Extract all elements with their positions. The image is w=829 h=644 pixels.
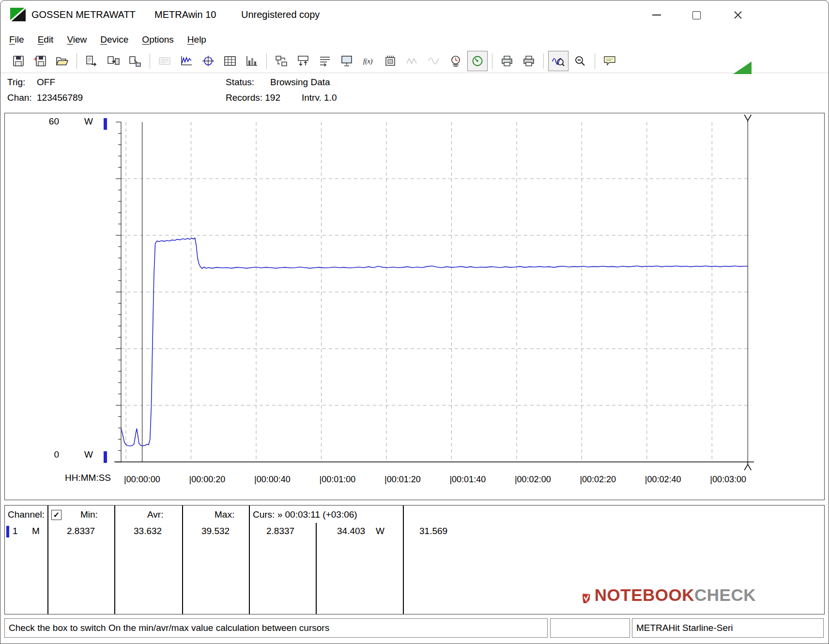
print-preview-icon [500, 55, 514, 67]
trigger-b-button [424, 51, 444, 71]
close-icon [734, 11, 742, 19]
min-value: 2.8337 [67, 526, 95, 537]
svg-text:|00:00:40: |00:00:40 [254, 475, 291, 484]
channel-color-marker [6, 526, 9, 537]
save-as-button[interactable] [30, 51, 50, 71]
chart-area[interactable]: |00:00:00|00:00:20|00:00:40|00:01:00|00:… [5, 113, 824, 500]
menu-help[interactable]: Help [181, 31, 213, 49]
check-icon: ✓ [53, 511, 60, 519]
menu-options[interactable]: Options [135, 31, 180, 49]
display-numeric-button [154, 51, 175, 71]
metrawin-window: GOSSEN METRAWATT METRAwin 10 Unregistere… [0, 0, 829, 644]
table-divider [182, 506, 183, 614]
trigger-a-button [402, 51, 422, 71]
col-avr-header: Avr: [147, 509, 163, 520]
cursor-b-handle-top[interactable] [744, 115, 751, 122]
y-scale-marker-top[interactable] [104, 118, 107, 130]
avr-value: 33.632 [134, 526, 162, 537]
menu-bar: FileEditViewDeviceOptionsHelp [0, 31, 829, 49]
export-text-button[interactable] [81, 51, 102, 71]
device-transfer-icon [296, 55, 310, 67]
save-button[interactable] [8, 51, 29, 71]
device-model-box: METRAHit Starline-Seri [632, 618, 824, 638]
device-settings-icon [275, 55, 288, 67]
cursor-b-value: 34.403 [337, 526, 365, 537]
online-display-button[interactable] [337, 51, 357, 71]
y-scale-marker-bottom[interactable] [104, 451, 107, 463]
live-gauge-button[interactable] [467, 51, 488, 71]
display-numeric-icon [158, 55, 171, 67]
device-settings-button[interactable] [271, 51, 292, 71]
close-button[interactable] [727, 4, 749, 26]
minimize-button[interactable] [645, 4, 668, 26]
display-xy-icon [201, 55, 215, 67]
open-button[interactable] [52, 51, 72, 71]
display-curve-icon [180, 55, 193, 67]
table-divider [47, 506, 48, 614]
x-axis-labels: |00:00:00|00:00:20|00:00:40|00:01:00|00:… [124, 475, 746, 484]
interval-label: Intrv. 1.0 [302, 92, 337, 103]
meter-readout-button[interactable] [445, 51, 466, 71]
menu-device[interactable]: Device [93, 31, 135, 49]
status-hint-text: Check the box to switch On the min/avr/m… [9, 623, 329, 633]
export-file-icon [128, 55, 142, 67]
print-preview-button[interactable] [497, 51, 517, 71]
cursor-b-handle-bottom[interactable] [744, 462, 751, 470]
trigger-b-icon [427, 55, 441, 67]
display-xy-button[interactable] [198, 51, 218, 71]
svg-text:|00:00:20: |00:00:20 [189, 475, 226, 484]
svg-text:|00:02:40: |00:02:40 [645, 475, 681, 484]
toolbar-separator [266, 53, 267, 69]
title-bar: GOSSEN METRAWATT METRAwin 10 Unregistere… [0, 0, 829, 31]
zoom-reset-button[interactable] [570, 51, 590, 71]
channel-setup-button[interactable] [315, 51, 335, 71]
export-clipboard-button[interactable] [103, 51, 123, 71]
toolbar-group: f(x) [271, 51, 488, 71]
svg-text:|00:02:20: |00:02:20 [580, 475, 616, 484]
display-histogram-button[interactable] [242, 51, 262, 71]
menu-view[interactable]: View [60, 31, 93, 49]
annotation-button[interactable] [599, 51, 620, 71]
max-value: 39.532 [201, 526, 230, 537]
zoom-signal-icon [552, 55, 565, 67]
display-histogram-icon [245, 55, 259, 67]
device-transfer-button[interactable] [293, 51, 313, 71]
cursor-a-value: 2.8337 [266, 526, 294, 537]
annotation-icon [603, 55, 616, 67]
formula-icon: f(x) [362, 55, 375, 67]
power-chart: |00:00:00|00:00:20|00:00:40|00:01:00|00:… [5, 113, 824, 500]
svg-text:|00:02:00: |00:02:00 [515, 475, 551, 484]
menu-file[interactable]: File [2, 31, 31, 49]
online-display-icon [340, 55, 353, 67]
print-button[interactable] [519, 51, 539, 71]
table-divider [249, 506, 250, 614]
toolbar-separator [150, 53, 150, 69]
svg-text:|00:01:00: |00:01:00 [319, 475, 355, 484]
print-icon [522, 55, 536, 67]
table-divider [114, 506, 115, 614]
export-file-button[interactable] [125, 51, 145, 71]
toolbar-group [599, 51, 620, 71]
table-divider [316, 523, 317, 614]
channel-visible-checkbox[interactable]: ✓ [51, 510, 61, 520]
maximize-button[interactable] [685, 4, 707, 26]
toolbar-separator [543, 53, 544, 69]
display-table-button[interactable] [220, 51, 240, 71]
memory-read-button[interactable] [380, 51, 400, 71]
gossen-metrawatt-logo-icon [9, 7, 27, 24]
zoom-signal-button[interactable] [548, 51, 568, 71]
svg-text:|00:01:40: |00:01:40 [449, 475, 486, 484]
channel-setup-icon [318, 55, 332, 67]
col-min-header: Min: [80, 509, 98, 520]
col-cursor-header: Curs: » 00:03:11 (+03:06) [253, 509, 357, 520]
brand-title: GOSSEN METRAWATT [31, 9, 136, 20]
menu-edit[interactable]: Edit [31, 31, 61, 49]
trig-value: OFF [37, 77, 55, 88]
signal-grow-indicator-icon [733, 61, 752, 76]
display-curve-button[interactable] [176, 51, 197, 71]
formula-button[interactable]: f(x) [358, 51, 379, 71]
toolbar-separator [77, 53, 77, 69]
col-channel-header: Channel: [8, 509, 45, 520]
svg-text:|00:00:00: |00:00:00 [124, 475, 160, 484]
toolbar-separator [492, 53, 492, 69]
